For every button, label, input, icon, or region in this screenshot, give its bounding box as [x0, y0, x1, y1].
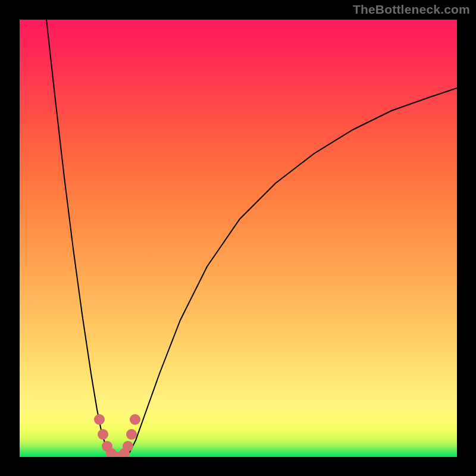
curve-layer — [20, 20, 457, 457]
watermark-text: TheBottleneck.com — [353, 2, 470, 17]
curve-left-branch — [46, 20, 112, 457]
plot-area — [20, 20, 457, 457]
chart-frame: TheBottleneck.com — [0, 0, 476, 476]
min-dot — [94, 414, 105, 425]
min-dot — [130, 414, 140, 425]
min-dot — [126, 429, 137, 440]
min-dot — [123, 441, 133, 452]
min-dot — [98, 429, 108, 440]
curve-right-branch — [126, 88, 457, 457]
min-region-dots — [94, 414, 140, 457]
